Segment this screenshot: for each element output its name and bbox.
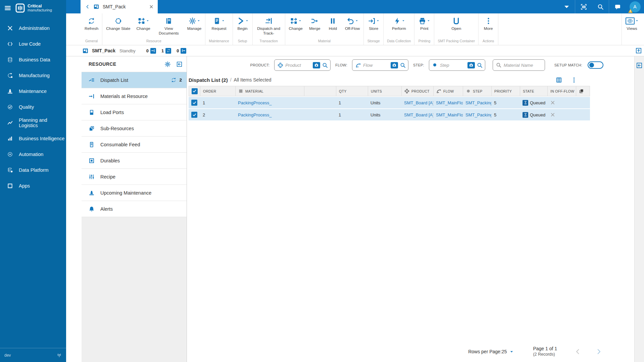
step-link[interactable]: SMT_Packing — [465, 100, 491, 105]
row-checkbox[interactable] — [191, 112, 197, 118]
panel-item-load-ports[interactable]: Load Ports — [82, 104, 187, 120]
material-name-filter-box[interactable] — [493, 59, 545, 71]
material-link[interactable]: PackingProcess_ — [238, 100, 271, 105]
panel-item-recipe[interactable]: Recipe — [82, 168, 187, 185]
panel-item-materials-at-resource[interactable]: Materials at Resource — [82, 88, 187, 104]
more-button[interactable]: More — [479, 13, 497, 39]
panel-item-alerts[interactable]: Alerts — [82, 201, 187, 217]
barcode-scan-button[interactable] — [575, 0, 592, 13]
change-state-button[interactable]: Change State — [103, 13, 133, 39]
product-link[interactable]: SMT_Board [A] — [404, 100, 433, 105]
column-header-step[interactable]: STEP — [463, 86, 492, 96]
flow-camera-button[interactable] — [391, 62, 398, 68]
sidebar-item-planning-and-logistics[interactable]: Planning and Logistics — [0, 115, 66, 131]
column-header-units[interactable]: UNITS — [368, 86, 402, 96]
product-filter-box[interactable] — [274, 59, 331, 71]
store-button[interactable]: Store — [364, 13, 383, 39]
row-checkbox[interactable] — [191, 100, 197, 106]
panel-item-sub-resources[interactable]: Sub-Resources — [82, 120, 187, 136]
off-flow-button[interactable]: Off-Flow — [342, 13, 363, 39]
x-mark-icon[interactable] — [550, 100, 555, 105]
settings-gear-icon[interactable] — [164, 61, 171, 67]
column-header-product[interactable]: PRODUCT — [402, 86, 434, 96]
begin-button[interactable]: Begin — [234, 13, 252, 39]
flow-filter-box[interactable] — [352, 59, 408, 71]
more-options-icon[interactable] — [571, 77, 577, 83]
counter-track-in[interactable]: 0 — [146, 48, 156, 54]
column-header-material[interactable]: MATERIAL — [236, 86, 304, 96]
tab-close-icon[interactable] — [149, 4, 154, 9]
merge-button[interactable]: Merge — [306, 13, 324, 39]
request-button[interactable]: Request — [209, 13, 230, 39]
user-menu[interactable]: A — [626, 0, 644, 13]
rows-per-page-control[interactable]: Rows per Page:25 — [468, 349, 513, 354]
step-camera-button[interactable] — [467, 62, 475, 68]
panel-item-dispatch-list[interactable]: Dispatch List2 — [82, 72, 187, 88]
panel-item-consumable-feed[interactable]: Consumable Feed — [82, 136, 187, 152]
column-header-state[interactable]: STATE — [520, 86, 548, 96]
sidebar-item-manufacturing[interactable]: Manufacturing — [0, 67, 66, 83]
hamburger-menu-icon[interactable] — [3, 4, 12, 12]
change-button[interactable]: Change — [133, 13, 153, 39]
counter-in-process[interactable]: 1 — [161, 48, 171, 54]
column-header-qty[interactable]: QTY — [336, 86, 368, 96]
step-link[interactable]: SMT_Packing — [465, 112, 491, 117]
step-search-icon[interactable] — [477, 62, 483, 68]
product-filter-input[interactable] — [285, 63, 311, 68]
collapse-panel-icon[interactable] — [176, 61, 183, 67]
product-search-icon[interactable] — [322, 62, 328, 68]
panel-item-durables[interactable]: Durables — [82, 152, 187, 168]
topbar-dropdown-button[interactable] — [558, 0, 575, 13]
flow-search-icon[interactable] — [400, 62, 406, 68]
sidebar-item-low-code[interactable]: Low Code — [0, 36, 66, 52]
dispatch-count-badge[interactable]: 2 — [171, 77, 182, 83]
product-camera-button[interactable] — [313, 62, 320, 68]
previous-page-icon[interactable] — [575, 348, 581, 355]
flow-link[interactable]: SMT_MainFlow [A] — [436, 112, 463, 117]
sidebar-item-quality[interactable]: Quality — [0, 99, 66, 115]
change-button[interactable]: Change — [286, 13, 306, 39]
sidebar-item-data-platform[interactable]: Data Platform — [0, 162, 66, 178]
hold-button[interactable]: Hold — [324, 13, 342, 39]
brand-logo[interactable]: Critical manufacturing — [15, 3, 52, 13]
open-button[interactable]: Open — [447, 13, 465, 39]
column-header-order[interactable]: ORDER — [200, 86, 236, 96]
sidebar-item-administration[interactable]: Administration — [0, 20, 66, 36]
tab-back-icon[interactable] — [85, 4, 90, 9]
tab-smt-pack[interactable]: SMT_Pack — [81, 0, 158, 13]
column-header-extra-2[interactable] — [304, 86, 336, 96]
next-page-icon[interactable] — [595, 348, 602, 355]
collapse-right-panel-icon[interactable] — [636, 62, 643, 362]
flow-link[interactable]: SMT_MainFlow [A] — [436, 100, 463, 105]
collapse-up-icon[interactable] — [635, 47, 642, 54]
manage-button[interactable]: Manage — [184, 13, 205, 39]
perform-button[interactable]: Perform — [389, 13, 409, 39]
refresh-button[interactable]: Refresh — [82, 13, 101, 39]
setup-match-toggle[interactable] — [588, 61, 603, 69]
material-link[interactable]: PackingProcess_ — [238, 112, 271, 117]
product-link[interactable]: SMT_Board [A] — [404, 112, 433, 117]
column-header-priority[interactable]: PRIORITY — [492, 86, 520, 96]
select-all-checkbox[interactable] — [192, 88, 198, 94]
table-row[interactable]: 2PackingProcess_1UnitsSMT_Board [A]SMT_M… — [189, 109, 590, 120]
messages-button[interactable] — [609, 0, 626, 13]
print-button[interactable]: Print — [415, 13, 433, 39]
column-header-flow[interactable]: FLOW — [434, 86, 463, 96]
table-row[interactable]: 1PackingProcess_1UnitsSMT_Board [A]SMT_M… — [189, 97, 590, 108]
sidebar-item-automation[interactable]: Automation — [0, 146, 66, 162]
column-chooser-icon[interactable] — [556, 77, 562, 83]
step-filter-input[interactable] — [440, 63, 465, 68]
counter-track-out[interactable]: 0 — [177, 48, 186, 54]
global-search-button[interactable] — [592, 0, 609, 13]
sidebar-item-apps[interactable]: Apps — [0, 178, 66, 194]
column-header-in-off-flow[interactable]: IN OFF-FLOW — [548, 86, 576, 96]
flow-filter-input[interactable] — [363, 63, 389, 68]
views-button[interactable]: Views — [623, 13, 641, 39]
column-header-extra-11[interactable] — [576, 86, 590, 96]
material-name-input[interactable] — [504, 63, 537, 68]
view-documents-button[interactable]: View Documents — [153, 13, 184, 39]
sidebar-item-business-intelligence[interactable]: Business Intelligence — [0, 131, 66, 146]
x-mark-icon[interactable] — [550, 112, 555, 117]
dispatch-and-track-button[interactable]: Dispatch and Track- — [253, 13, 284, 39]
panel-item-upcoming-maintenance[interactable]: Upcoming Maintenance — [82, 185, 187, 201]
